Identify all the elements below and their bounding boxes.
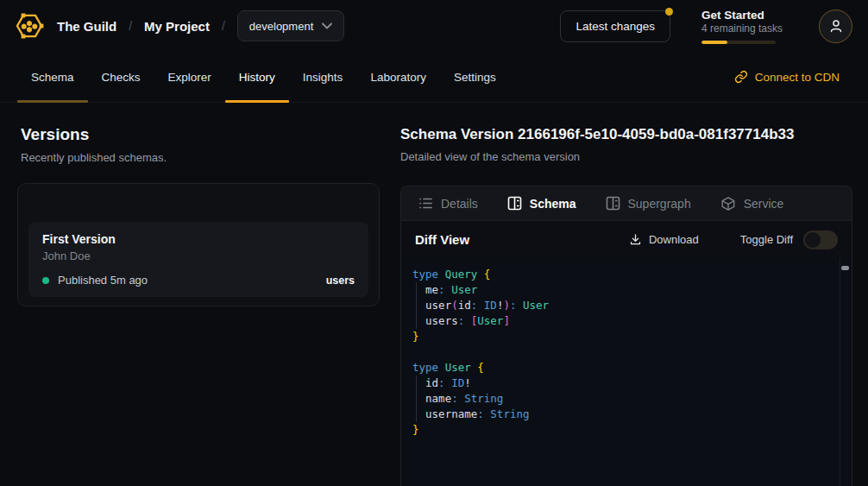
tab-schema[interactable]: Schema [507,196,576,211]
org-name[interactable]: The Guild [57,19,116,34]
schema-version-title: Schema Version 2166196f-5e10-4059-bd0a-0… [400,126,794,143]
list-icon [418,196,433,211]
published-status-dot [42,277,49,284]
indent-guide [416,376,417,422]
versions-subtitle: Recently published schemas. [21,151,167,164]
main-nav: Schema Checks Explorer History Insights … [0,52,868,103]
detail-tab-bar: Details Schema Supergraph [401,186,852,221]
tab-service[interactable]: Service [720,196,784,211]
diff-view-toolbar: Diff View Download Toggle Diff [401,221,852,258]
project-name[interactable]: My Project [144,19,210,34]
hive-logo-icon[interactable] [13,9,46,42]
connect-to-cdn-link[interactable]: Connect to CDN [734,52,840,102]
get-started-widget[interactable]: Get Started 4 remaining tasks [701,9,788,44]
user-avatar[interactable] [819,9,852,43]
notification-dot [665,8,673,16]
tab-details[interactable]: Details [418,196,478,211]
version-list-item[interactable]: First Version John Doe Published 5m ago … [28,222,368,297]
get-started-subtitle: 4 remaining tasks [701,22,788,35]
download-button[interactable]: Download [629,233,699,246]
nav-tab-checks[interactable]: Checks [88,52,154,102]
get-started-progress-fill [701,41,727,44]
code-lines: type Query { me: User user(id: ID!): Use… [401,267,840,438]
scrollbar-thumb[interactable] [841,266,849,270]
version-name: First Version [42,232,355,246]
chevron-down-icon [322,22,332,29]
link-icon [734,70,748,84]
diff-view-title: Diff View [415,232,469,247]
schema-version-subtitle: Detailed view of the schema version [400,150,794,163]
schema-version-header: Schema Version 2166196f-5e10-4059-bd0a-0… [400,126,794,163]
latest-changes-button[interactable]: Latest changes [560,10,670,42]
cube-icon [720,196,736,211]
schema-version-panel: Details Schema Supergraph [400,186,852,486]
columns-icon [606,196,620,211]
nav-tab-schema[interactable]: Schema [17,52,88,102]
version-author: John Doe [42,249,355,262]
versions-header: Versions Recently published schemas. [21,125,167,164]
nav-tab-laboratory[interactable]: Laboratory [356,52,440,102]
target-selector-value: development [249,20,313,33]
toggle-diff-label: Toggle Diff [740,233,793,246]
nav-tab-explorer[interactable]: Explorer [154,52,225,102]
toggle-diff-switch[interactable] [803,230,838,249]
breadcrumb: The Guild / My Project / development [57,10,344,41]
versions-list-card: First Version John Doe Published 5m ago … [17,183,380,306]
toggle-knob [805,232,821,248]
nav-tab-settings[interactable]: Settings [440,52,510,102]
app-header: The Guild / My Project / development Lat… [0,0,868,52]
indent-guide [416,282,417,329]
versions-title: Versions [21,125,167,144]
breadcrumb-separator: / [222,19,225,33]
version-status: Published 5m ago [58,274,148,287]
tab-supergraph[interactable]: Supergraph [606,196,691,211]
download-icon [629,233,642,246]
version-service-badge: users [326,275,355,287]
columns-icon [507,196,522,211]
nav-tab-insights[interactable]: Insights [289,52,357,102]
schema-code-editor[interactable]: type Query { me: User user(id: ID!): Use… [401,258,852,486]
get-started-title: Get Started [701,9,788,22]
get-started-progressbar [701,41,776,44]
editor-scrollbar[interactable] [840,258,852,486]
breadcrumb-separator: / [129,19,132,33]
nav-tab-history[interactable]: History [225,52,289,102]
target-selector[interactable]: development [237,10,344,41]
person-icon [828,18,844,34]
